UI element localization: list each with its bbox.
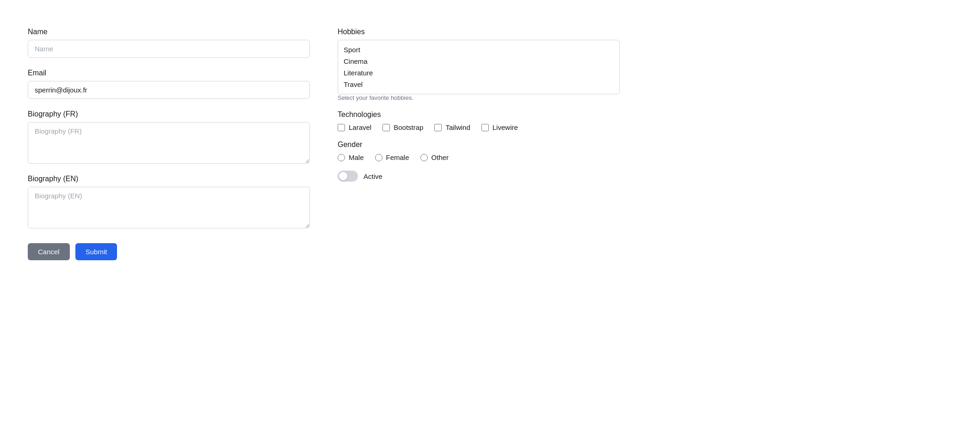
hobbies-select[interactable]: SportCinemaLiteratureTravel bbox=[338, 40, 620, 94]
bio-fr-field-group: Biography (FR) bbox=[28, 110, 310, 164]
checkbox-label-livewire: Livewire bbox=[493, 123, 518, 131]
radio-label-male: Male bbox=[349, 153, 364, 161]
toggle-slider bbox=[338, 171, 358, 182]
checkbox-item-laravel[interactable]: Laravel bbox=[338, 123, 371, 131]
radio-male[interactable] bbox=[338, 154, 345, 161]
technologies-checkboxes: LaravelBootstrapTailwindLivewire bbox=[338, 123, 620, 131]
hobbies-hint: Select your favorite hobbies. bbox=[338, 94, 620, 101]
radio-other[interactable] bbox=[420, 154, 428, 161]
gender-radios: MaleFemaleOther bbox=[338, 153, 620, 161]
active-label: Active bbox=[364, 172, 382, 180]
technologies-section: Technologies LaravelBootstrapTailwindLiv… bbox=[338, 110, 620, 131]
radio-label-other: Other bbox=[431, 153, 449, 161]
checkbox-item-bootstrap[interactable]: Bootstrap bbox=[382, 123, 423, 131]
radio-label-female: Female bbox=[386, 153, 409, 161]
bio-en-label: Biography (EN) bbox=[28, 175, 310, 183]
bio-en-input[interactable] bbox=[28, 187, 310, 228]
bio-en-field-group: Biography (EN) bbox=[28, 175, 310, 228]
gender-section: Gender MaleFemaleOther bbox=[338, 141, 620, 161]
button-row: Cancel Submit bbox=[28, 243, 310, 260]
checkbox-label-tailwind: Tailwind bbox=[445, 123, 470, 131]
radio-female[interactable] bbox=[375, 154, 382, 161]
name-field-group: Name bbox=[28, 28, 310, 58]
bio-fr-input[interactable] bbox=[28, 122, 310, 164]
checkbox-label-laravel: Laravel bbox=[349, 123, 371, 131]
cancel-button[interactable]: Cancel bbox=[28, 243, 70, 260]
checkbox-livewire[interactable] bbox=[481, 124, 489, 131]
list-item[interactable]: Travel bbox=[338, 79, 619, 90]
name-input[interactable] bbox=[28, 40, 310, 58]
name-label: Name bbox=[28, 28, 310, 36]
radio-item-other[interactable]: Other bbox=[420, 153, 449, 161]
hobbies-label: Hobbies bbox=[338, 28, 620, 36]
checkbox-label-bootstrap: Bootstrap bbox=[394, 123, 423, 131]
active-toggle-row: Active bbox=[338, 171, 620, 182]
active-toggle[interactable] bbox=[338, 171, 358, 182]
list-item[interactable]: Cinema bbox=[338, 55, 619, 67]
list-item[interactable]: Sport bbox=[338, 44, 619, 55]
gender-label: Gender bbox=[338, 141, 620, 149]
checkbox-bootstrap[interactable] bbox=[382, 124, 390, 131]
bio-fr-label: Biography (FR) bbox=[28, 110, 310, 118]
submit-button[interactable]: Submit bbox=[75, 243, 117, 260]
technologies-label: Technologies bbox=[338, 110, 620, 119]
hobbies-field-group: Hobbies SportCinemaLiteratureTravel Sele… bbox=[338, 28, 620, 101]
right-column: Hobbies SportCinemaLiteratureTravel Sele… bbox=[338, 28, 620, 260]
email-label: Email bbox=[28, 69, 310, 77]
checkbox-laravel[interactable] bbox=[338, 124, 345, 131]
email-input[interactable] bbox=[28, 81, 310, 99]
list-item[interactable]: Literature bbox=[338, 67, 619, 79]
checkbox-tailwind[interactable] bbox=[434, 124, 442, 131]
radio-item-male[interactable]: Male bbox=[338, 153, 364, 161]
email-field-group: Email bbox=[28, 69, 310, 99]
radio-item-female[interactable]: Female bbox=[375, 153, 409, 161]
left-column: Name Email Biography (FR) Biography (EN)… bbox=[28, 28, 310, 260]
checkbox-item-livewire[interactable]: Livewire bbox=[481, 123, 518, 131]
checkbox-item-tailwind[interactable]: Tailwind bbox=[434, 123, 470, 131]
